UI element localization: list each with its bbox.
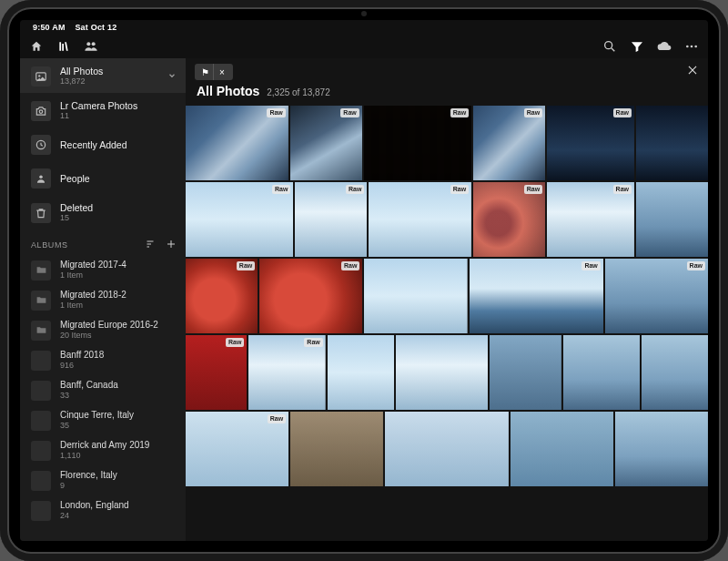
sidebar-item-deleted[interactable]: Deleted15 bbox=[20, 195, 186, 230]
photo-thumbnail[interactable]: Raw bbox=[547, 182, 634, 257]
photo-thumbnail[interactable] bbox=[290, 412, 383, 486]
album-item[interactable]: Migrated 2017-41 Item bbox=[20, 255, 186, 285]
folder-icon bbox=[31, 260, 51, 280]
photo-thumbnail[interactable]: Raw bbox=[547, 106, 634, 180]
album-item[interactable]: Cinque Terre, Italy35 bbox=[20, 405, 186, 435]
photo-thumbnail[interactable] bbox=[563, 335, 640, 410]
album-count: 1 Item bbox=[60, 301, 177, 311]
photo-grid[interactable]: RawRawRawRawRawRawRawRawRawRawRawRawRawR… bbox=[186, 106, 708, 541]
status-left: 9:50 AM Sat Oct 12 bbox=[33, 23, 116, 32]
sidebar-item-recently-added[interactable]: Recently Added bbox=[20, 128, 186, 161]
app-toolbar bbox=[20, 35, 708, 58]
album-title: Cinque Terre, Italy bbox=[60, 410, 177, 421]
close-panel-icon[interactable] bbox=[684, 62, 701, 78]
person-icon bbox=[31, 168, 51, 189]
album-thumbnail bbox=[31, 501, 51, 521]
photo-thumbnail[interactable] bbox=[328, 335, 394, 410]
sort-icon[interactable] bbox=[146, 239, 157, 251]
main-panel: ⚑ × All Photos 2,325 of 13,872 RawRawRaw… bbox=[186, 58, 708, 541]
photo-thumbnail[interactable]: Raw bbox=[364, 106, 471, 180]
photo-thumbnail[interactable]: Raw bbox=[605, 259, 708, 333]
sidebar-item-label: Recently Added bbox=[60, 139, 177, 150]
flag-filter-icon[interactable]: ⚑ bbox=[197, 64, 214, 80]
sidebar-item-all-photos[interactable]: All Photos13,872 bbox=[20, 58, 186, 93]
photo-thumbnail[interactable] bbox=[511, 412, 613, 486]
sidebar-item-people[interactable]: People bbox=[20, 161, 186, 195]
raw-badge: Raw bbox=[267, 108, 285, 117]
svg-point-6 bbox=[686, 46, 689, 48]
album-count: 20 Items bbox=[60, 331, 177, 341]
folder-icon bbox=[31, 291, 51, 311]
photo-thumbnail[interactable]: Raw bbox=[470, 259, 603, 333]
photo-thumbnail[interactable]: Raw bbox=[473, 182, 545, 257]
svg-point-13 bbox=[39, 176, 43, 179]
photo-thumbnail[interactable]: Raw bbox=[473, 106, 545, 180]
raw-badge: Raw bbox=[341, 261, 359, 270]
photo-thumbnail[interactable]: Raw bbox=[186, 412, 288, 486]
status-time: 9:50 AM bbox=[33, 23, 66, 32]
photo-thumbnail[interactable]: Raw bbox=[259, 259, 362, 333]
photo-thumbnail[interactable]: Raw bbox=[290, 106, 362, 180]
svg-point-7 bbox=[691, 46, 693, 48]
shared-icon[interactable] bbox=[84, 39, 98, 54]
clear-filter-icon[interactable]: × bbox=[214, 64, 230, 80]
photo-thumbnail[interactable] bbox=[636, 182, 708, 257]
raw-badge: Raw bbox=[450, 108, 469, 117]
album-item[interactable]: Derrick and Amy 20191,110 bbox=[20, 435, 186, 465]
photo-thumbnail[interactable]: Raw bbox=[186, 259, 258, 333]
library-icon[interactable] bbox=[56, 39, 71, 54]
home-icon[interactable] bbox=[29, 39, 44, 54]
front-camera bbox=[361, 11, 367, 16]
photo-thumbnail[interactable]: Raw bbox=[248, 335, 325, 410]
album-title: Derrick and Amy 2019 bbox=[60, 440, 177, 451]
sidebar-item-count: 11 bbox=[60, 111, 177, 121]
search-icon[interactable] bbox=[602, 39, 617, 54]
main-header: All Photos 2,325 of 13,872 bbox=[186, 58, 708, 106]
sidebar: All Photos13,872Lr Camera Photos11Recent… bbox=[20, 58, 186, 541]
album-thumbnail bbox=[31, 441, 51, 461]
album-item[interactable]: Florence, Italy9 bbox=[20, 465, 186, 495]
image-icon bbox=[31, 66, 51, 87]
photo-thumbnail[interactable]: Raw bbox=[186, 106, 288, 180]
album-thumbnail bbox=[31, 381, 51, 401]
more-icon[interactable] bbox=[684, 39, 699, 54]
photo-thumbnail[interactable] bbox=[615, 412, 708, 486]
raw-badge: Raw bbox=[524, 185, 542, 194]
album-thumbnail bbox=[31, 411, 51, 431]
main-count: 2,325 of 13,872 bbox=[267, 87, 330, 97]
sidebar-item-label: All Photos bbox=[60, 66, 158, 76]
album-title: Banff 2018 bbox=[60, 350, 177, 361]
camera-icon bbox=[31, 101, 51, 121]
sidebar-scroll[interactable]: All Photos13,872Lr Camera Photos11Recent… bbox=[20, 58, 186, 541]
photo-thumbnail[interactable] bbox=[396, 335, 488, 410]
raw-badge: Raw bbox=[237, 261, 255, 270]
main-title: All Photos bbox=[197, 84, 259, 98]
photo-thumbnail[interactable]: Raw bbox=[186, 335, 247, 410]
photo-thumbnail[interactable] bbox=[490, 335, 561, 410]
album-title: London, England bbox=[60, 500, 177, 511]
photo-thumbnail[interactable] bbox=[642, 335, 708, 410]
album-count: 33 bbox=[60, 391, 177, 401]
active-filter-chip[interactable]: ⚑ × bbox=[195, 64, 233, 80]
svg-point-8 bbox=[694, 46, 697, 48]
svg-point-3 bbox=[86, 42, 90, 46]
album-item[interactable]: Banff, Canada33 bbox=[20, 375, 186, 405]
photo-thumbnail[interactable]: Raw bbox=[186, 182, 293, 257]
album-item[interactable]: Banff 2018916 bbox=[20, 345, 186, 375]
photo-thumbnail[interactable]: Raw bbox=[369, 182, 471, 257]
folder-icon bbox=[31, 321, 51, 341]
tablet-frame: 9:50 AM Sat Oct 12 bbox=[0, 0, 728, 561]
sidebar-item-lr-camera-photos[interactable]: Lr Camera Photos11 bbox=[20, 93, 186, 128]
raw-badge: Raw bbox=[346, 185, 364, 194]
photo-thumbnail[interactable] bbox=[385, 412, 509, 486]
photo-thumbnail[interactable]: Raw bbox=[295, 182, 367, 257]
filter-icon[interactable] bbox=[630, 39, 644, 54]
cloud-icon[interactable] bbox=[657, 39, 672, 54]
svg-point-4 bbox=[92, 42, 96, 46]
album-item[interactable]: Migrated Europe 2016-220 Items bbox=[20, 315, 186, 345]
album-item[interactable]: London, England24 bbox=[20, 495, 186, 525]
photo-thumbnail[interactable] bbox=[364, 259, 467, 333]
photo-thumbnail[interactable] bbox=[636, 106, 708, 180]
add-album-icon[interactable] bbox=[166, 239, 177, 251]
album-item[interactable]: Migrated 2018-21 Item bbox=[20, 285, 186, 315]
